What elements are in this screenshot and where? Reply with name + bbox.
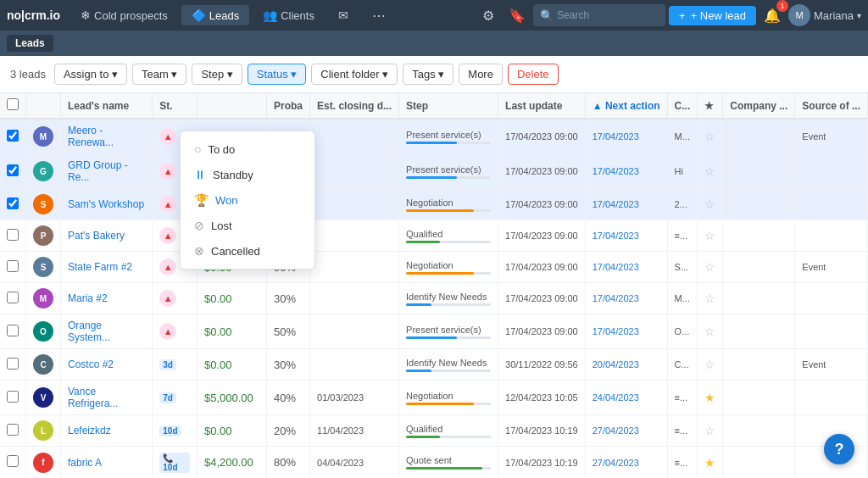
nav-tab-email[interactable]: ✉ bbox=[328, 5, 359, 25]
header-next-action[interactable]: ▲ Next action bbox=[585, 93, 667, 119]
user-avatar[interactable]: M bbox=[788, 4, 810, 26]
select-all-checkbox[interactable] bbox=[7, 98, 19, 110]
row-checkbox[interactable] bbox=[7, 197, 19, 209]
row-name-cell[interactable]: Lefeizkdz bbox=[61, 415, 153, 447]
row-name-cell[interactable]: Sam's Workshop bbox=[61, 189, 153, 220]
header-amount[interactable] bbox=[197, 93, 266, 119]
lead-name[interactable]: fabric A bbox=[68, 457, 102, 469]
nav-tab-leads[interactable]: 🔷 Leads bbox=[181, 5, 249, 25]
header-last-update[interactable]: Last update bbox=[498, 93, 586, 119]
row-name-cell[interactable]: GRD Group - Re... bbox=[61, 154, 153, 189]
row-name-cell[interactable]: Maria #2 bbox=[61, 283, 153, 314]
row-name-cell[interactable]: fabric A bbox=[61, 447, 153, 479]
star-toggle[interactable]: ★ bbox=[704, 456, 715, 470]
row-star-cell[interactable]: ☆ bbox=[698, 314, 723, 349]
star-toggle[interactable]: ☆ bbox=[704, 130, 715, 143]
row-checkbox-cell[interactable] bbox=[0, 415, 26, 447]
subnav-tab-leads[interactable]: Leads bbox=[7, 35, 53, 52]
header-source[interactable]: Source of ... bbox=[795, 93, 868, 119]
star-toggle[interactable]: ☆ bbox=[704, 164, 715, 178]
notifications-area[interactable]: 🔔 1 bbox=[760, 3, 785, 27]
header-star[interactable]: ★ bbox=[698, 93, 723, 119]
team-button[interactable]: Team ▾ bbox=[132, 64, 186, 85]
row-name-cell[interactable]: Pat's Bakery bbox=[61, 220, 153, 252]
lead-name[interactable]: Maria #2 bbox=[68, 292, 108, 304]
star-toggle[interactable]: ☆ bbox=[704, 358, 715, 371]
row-star-cell[interactable]: ☆ bbox=[698, 415, 723, 447]
status-button[interactable]: Status ▾ bbox=[248, 64, 306, 85]
lead-name[interactable]: Lefeizkdz bbox=[68, 425, 111, 436]
row-checkbox-cell[interactable] bbox=[0, 119, 26, 154]
header-comments[interactable]: C... bbox=[667, 93, 698, 119]
row-checkbox-cell[interactable] bbox=[0, 220, 26, 252]
row-checkbox-cell[interactable] bbox=[0, 349, 26, 381]
header-step[interactable]: Step bbox=[399, 93, 498, 119]
delete-button[interactable]: Delete bbox=[508, 64, 559, 85]
row-star-cell[interactable]: ☆ bbox=[698, 349, 723, 381]
row-star-cell[interactable]: ☆ bbox=[698, 220, 723, 252]
row-name-cell[interactable]: Vance Refrigera... bbox=[61, 381, 153, 415]
new-lead-button[interactable]: + + New lead bbox=[669, 6, 756, 25]
lead-name[interactable]: Pat's Bakery bbox=[68, 230, 125, 242]
more-button[interactable]: More bbox=[459, 64, 503, 85]
row-checkbox[interactable] bbox=[7, 260, 19, 272]
row-name-cell[interactable]: Orange System... bbox=[61, 314, 153, 349]
user-name[interactable]: Mariana bbox=[814, 9, 854, 22]
row-checkbox-cell[interactable] bbox=[0, 381, 26, 415]
star-toggle[interactable]: ★ bbox=[704, 391, 715, 404]
nav-tab-more-dots[interactable]: ⋯ bbox=[362, 4, 397, 27]
row-checkbox[interactable] bbox=[7, 424, 19, 436]
row-name-cell[interactable]: Meero - Renewa... bbox=[61, 119, 153, 154]
lead-name[interactable]: GRD Group - Re... bbox=[68, 159, 128, 183]
user-dropdown-arrow[interactable]: ▾ bbox=[857, 11, 861, 20]
row-name-cell[interactable]: State Farm #2 bbox=[61, 252, 153, 283]
dropdown-item-won[interactable]: 🏆 Won bbox=[181, 187, 314, 213]
row-checkbox[interactable] bbox=[7, 325, 19, 336]
client-folder-button[interactable]: Client folder ▾ bbox=[311, 64, 398, 85]
header-est-close[interactable]: Est. closing d... bbox=[310, 93, 399, 119]
lead-name[interactable]: Vance Refrigera... bbox=[68, 386, 118, 409]
row-checkbox-cell[interactable] bbox=[0, 314, 26, 349]
row-checkbox-cell[interactable] bbox=[0, 189, 26, 220]
lead-name[interactable]: Orange System... bbox=[68, 320, 110, 343]
row-checkbox-cell[interactable] bbox=[0, 252, 26, 283]
dropdown-item-lost[interactable]: ⊘ Lost bbox=[181, 213, 314, 238]
row-checkbox-cell[interactable] bbox=[0, 283, 26, 314]
row-checkbox-cell[interactable] bbox=[0, 447, 26, 479]
star-toggle[interactable]: ☆ bbox=[704, 292, 715, 305]
bookmark-icon[interactable]: 🔖 bbox=[504, 3, 530, 27]
nav-tab-cold-prospects[interactable]: ❄ Cold prospects bbox=[70, 5, 178, 25]
row-checkbox[interactable] bbox=[7, 358, 19, 370]
row-checkbox[interactable] bbox=[7, 455, 19, 467]
row-star-cell[interactable]: ☆ bbox=[698, 189, 723, 220]
step-button[interactable]: Step ▾ bbox=[192, 64, 242, 85]
lead-name[interactable]: Sam's Workshop bbox=[68, 198, 144, 210]
star-toggle[interactable]: ☆ bbox=[704, 197, 715, 211]
header-proba[interactable]: Proba bbox=[267, 93, 310, 119]
assign-to-button[interactable]: Assign to ▾ bbox=[54, 64, 127, 85]
row-checkbox[interactable] bbox=[7, 391, 19, 403]
star-toggle[interactable]: ☆ bbox=[704, 229, 715, 242]
header-company[interactable]: Company ... bbox=[723, 93, 795, 119]
search-input[interactable] bbox=[557, 9, 659, 21]
row-checkbox[interactable] bbox=[7, 164, 19, 176]
header-status[interactable]: St. bbox=[153, 93, 198, 119]
row-checkbox[interactable] bbox=[7, 229, 19, 241]
lead-name[interactable]: Meero - Renewa... bbox=[68, 125, 114, 148]
row-checkbox-cell[interactable] bbox=[0, 154, 26, 189]
row-star-cell[interactable]: ☆ bbox=[698, 119, 723, 154]
star-toggle[interactable]: ☆ bbox=[704, 260, 715, 274]
integrations-icon[interactable]: ⚙ bbox=[476, 3, 501, 27]
dropdown-item-todo[interactable]: ○ To do bbox=[181, 136, 314, 162]
row-star-cell[interactable]: ★ bbox=[698, 381, 723, 415]
dropdown-item-standby[interactable]: ⏸ Standby bbox=[181, 162, 314, 187]
header-name[interactable]: Lead's name bbox=[61, 93, 153, 119]
star-toggle[interactable]: ☆ bbox=[704, 325, 715, 338]
star-toggle[interactable]: ☆ bbox=[704, 424, 715, 437]
header-checkbox[interactable] bbox=[0, 93, 26, 119]
row-checkbox[interactable] bbox=[7, 292, 19, 303]
lead-name[interactable]: Costco #2 bbox=[68, 358, 114, 370]
row-name-cell[interactable]: Costco #2 bbox=[61, 349, 153, 381]
row-star-cell[interactable]: ★ bbox=[698, 447, 723, 479]
lead-name[interactable]: State Farm #2 bbox=[68, 261, 132, 273]
